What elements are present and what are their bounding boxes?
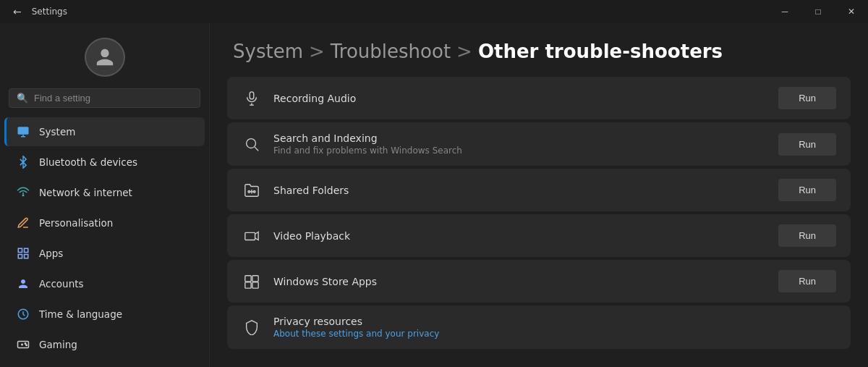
ts-shared-folders-text: Shared Folders [273, 185, 767, 196]
video-icon [242, 226, 262, 246]
accounts-icon [16, 277, 30, 291]
sidebar-item-gaming-label: Gaming [39, 339, 77, 350]
sidebar-item-accounts-label: Accounts [39, 278, 84, 290]
ts-search-indexing-text: Search and Indexing Find and fix problem… [273, 132, 767, 156]
shared-folders-icon [242, 180, 262, 201]
ts-video-playback-title: Video Playback [273, 230, 767, 242]
ts-search-indexing-subtitle: Find and fix problems with Windows Searc… [273, 145, 767, 156]
sidebar-item-apps[interactable]: Apps [4, 239, 205, 268]
ts-item-recording-audio: Recording Audio Run [227, 77, 851, 119]
svg-rect-26 [252, 275, 258, 281]
sidebar-item-personalisation-label: Personalisation [39, 217, 113, 229]
svg-rect-27 [245, 282, 251, 287]
ts-video-playback-text: Video Playback [273, 230, 767, 242]
svg-rect-6 [25, 248, 28, 252]
svg-rect-7 [18, 255, 22, 258]
svg-point-13 [25, 343, 26, 345]
search-icon: 🔍 [17, 93, 28, 104]
ts-item-video-playback: Video Playback Run [227, 214, 851, 257]
ts-privacy-text: Privacy resources About these settings a… [273, 316, 836, 339]
sidebar-item-accounts[interactable]: Accounts [4, 269, 205, 298]
ts-item-shared-folders: Shared Folders Run [227, 169, 851, 211]
window-body: 🔍 System Bluetooth & devices Network & i… [0, 23, 868, 367]
shield-icon [242, 317, 262, 337]
ts-item-privacy: Privacy resources About these settings a… [227, 305, 851, 349]
svg-rect-15 [250, 91, 254, 98]
svg-rect-28 [252, 282, 258, 287]
content-area: System > Troubleshoot > Other trouble-sh… [210, 23, 868, 367]
titlebar: ← Settings ─ □ ✕ [0, 0, 868, 23]
sidebar-item-network[interactable]: Network & internet [4, 178, 205, 207]
ts-shared-folders-run[interactable]: Run [778, 179, 836, 201]
search-troubleshoot-icon [242, 134, 262, 154]
svg-point-14 [26, 345, 27, 346]
sidebar-item-gaming[interactable]: Gaming [4, 330, 205, 359]
ts-privacy-link[interactable]: About these settings and your privacy [273, 329, 836, 339]
sidebar-item-network-label: Network & internet [39, 187, 132, 198]
search-input[interactable] [34, 93, 192, 104]
ts-search-indexing-run[interactable]: Run [778, 133, 836, 156]
ts-video-playback-run[interactable]: Run [778, 224, 836, 247]
network-icon [16, 185, 30, 200]
sidebar-item-system[interactable]: System [4, 117, 205, 146]
svg-line-19 [255, 147, 258, 151]
breadcrumb-troubleshoot[interactable]: Troubleshoot [331, 41, 451, 62]
minimize-button[interactable]: ─ [768, 0, 801, 23]
sidebar-item-bluetooth[interactable]: Bluetooth & devices [4, 148, 205, 177]
svg-point-3 [22, 194, 25, 196]
microphone-icon [242, 88, 262, 109]
sidebar-item-personalisation[interactable]: Personalisation [4, 208, 205, 237]
close-button[interactable]: ✕ [835, 0, 868, 23]
troubleshooter-list: Recording Audio Run Search and Indexing … [210, 77, 868, 349]
sidebar-item-bluetooth-label: Bluetooth & devices [39, 156, 137, 168]
system-icon [16, 125, 30, 139]
breadcrumb-system[interactable]: System [233, 41, 303, 62]
titlebar-left: ← Settings [9, 3, 67, 20]
sidebar: 🔍 System Bluetooth & devices Network & i… [0, 23, 210, 367]
ts-search-indexing-title: Search and Indexing [273, 132, 767, 144]
breadcrumb-sep-1: > [309, 41, 325, 62]
search-box[interactable]: 🔍 [9, 88, 200, 108]
sidebar-item-time[interactable]: Time & language [4, 300, 205, 329]
personalisation-icon [16, 216, 30, 230]
svg-rect-0 [18, 127, 29, 135]
svg-rect-24 [245, 232, 255, 240]
svg-rect-25 [245, 275, 251, 281]
svg-rect-5 [18, 248, 22, 252]
sidebar-item-apps-label: Apps [39, 248, 63, 259]
breadcrumb-current: Other trouble-shooters [478, 41, 723, 62]
breadcrumb-sep-2: > [456, 41, 472, 62]
breadcrumb: System > Troubleshoot > Other trouble-sh… [210, 23, 868, 77]
titlebar-controls: ─ □ ✕ [768, 0, 868, 23]
ts-item-windows-store: Windows Store Apps Run [227, 260, 851, 303]
ts-shared-folders-title: Shared Folders [273, 185, 767, 196]
ts-privacy-title: Privacy resources [273, 316, 836, 327]
ts-windows-store-run[interactable]: Run [778, 270, 836, 292]
maximize-button[interactable]: □ [801, 0, 835, 23]
sidebar-item-time-label: Time & language [39, 308, 122, 320]
avatar [85, 38, 125, 77]
bluetooth-icon [16, 155, 30, 169]
ts-windows-store-title: Windows Store Apps [273, 276, 767, 287]
svg-point-18 [247, 139, 256, 148]
svg-rect-8 [25, 255, 28, 258]
sidebar-item-system-label: System [39, 126, 75, 138]
ts-recording-audio-text: Recording Audio [273, 93, 767, 104]
ts-windows-store-text: Windows Store Apps [273, 276, 767, 287]
apps-icon [16, 246, 30, 261]
store-icon [242, 271, 262, 292]
titlebar-title: Settings [32, 7, 67, 17]
time-icon [16, 307, 30, 321]
ts-recording-audio-title: Recording Audio [273, 93, 767, 104]
back-icon[interactable]: ← [9, 3, 26, 20]
ts-recording-audio-run[interactable]: Run [778, 87, 836, 109]
gaming-icon [16, 337, 30, 352]
ts-item-search-indexing: Search and Indexing Find and fix problem… [227, 122, 851, 166]
